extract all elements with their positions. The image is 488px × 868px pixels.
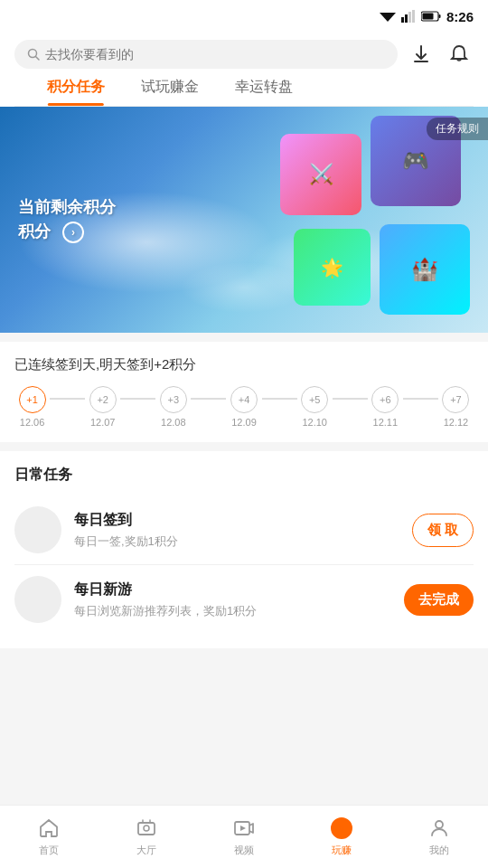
daily-tasks-section: 日常任务 每日签到 每日一签,奖励1积分 领 取 每日新游 每日浏览新游推荐列表… <box>0 451 488 648</box>
checkin-days: +1 12.06 +2 12.07 +3 12.08 <box>14 386 474 428</box>
checkin-description: 已连续签到天,明天签到+2积分 <box>14 356 474 373</box>
banner-rule-button[interactable]: 任务规则 <box>427 118 488 140</box>
nav-label-video: 视频 <box>234 844 254 857</box>
status-icons: 8:26 <box>380 9 474 24</box>
connector-4 <box>262 398 297 400</box>
nav-label-earn: 玩赚 <box>332 844 352 857</box>
task-item-checkin: 每日签到 每日一签,奖励1积分 领 取 <box>14 495 474 565</box>
svg-point-12 <box>144 826 149 831</box>
checkin-section: 已连续签到天,明天签到+2积分 +1 12.06 +2 12.07 <box>0 342 488 442</box>
day-label-5: 12.10 <box>302 417 327 428</box>
game-thumb-2: ⚔️ <box>280 134 361 215</box>
daily-tasks-title: 日常任务 <box>14 466 474 485</box>
svg-rect-2 <box>405 14 408 23</box>
day-circle-3: +3 <box>160 386 187 413</box>
day-item-4: +4 12.09 <box>226 386 261 428</box>
nav-item-video[interactable]: 视频 <box>195 816 293 857</box>
connector-5 <box>333 398 368 400</box>
nav-label-hall: 大厅 <box>136 844 156 857</box>
banner-main-text: 当前剩余积分积分 › <box>18 195 116 244</box>
nav-label-mine: 我的 <box>429 844 449 857</box>
svg-marker-0 <box>380 13 396 22</box>
game-thumb-3: 🏰 <box>380 224 470 315</box>
signal-icon <box>401 10 416 23</box>
day-label-3: 12.08 <box>161 417 186 428</box>
nav-item-hall[interactable]: 大厅 <box>98 816 195 857</box>
day-item-2: +2 12.07 <box>85 386 120 428</box>
day-item-5: +5 12.10 <box>297 386 333 428</box>
home-icon <box>37 816 61 840</box>
hall-icon <box>135 816 158 840</box>
task-btn-checkin[interactable]: 领 取 <box>412 514 474 547</box>
download-icon <box>411 44 431 64</box>
day-label-4: 12.09 <box>231 417 257 428</box>
banner-arrow[interactable]: › <box>62 222 84 243</box>
battery-icon <box>421 11 441 22</box>
notification-button[interactable] <box>445 40 474 69</box>
task-item-newgame: 每日新游 每日浏览新游推荐列表，奖励1积分 去完成 <box>14 565 474 634</box>
game-thumb-4: 🌟 <box>294 229 371 306</box>
day-circle-1: +1 <box>19 386 46 413</box>
task-info-checkin: 每日签到 每日一签,奖励1积分 <box>74 511 399 550</box>
day-circle-2: +2 <box>89 386 117 413</box>
connector-1 <box>50 398 85 400</box>
bottom-nav: 首页 大厅 视频 ¥ 玩赚 <box>0 805 488 868</box>
status-time: 8:26 <box>446 9 474 24</box>
day-circle-4: +4 <box>230 386 258 413</box>
search-bar[interactable] <box>14 40 398 69</box>
day-circle-6: +6 <box>371 386 399 413</box>
nav-item-earn[interactable]: ¥ 玩赚 <box>293 816 390 857</box>
day-item-6: +6 12.11 <box>368 386 403 428</box>
tab-bar: 积分任务 试玩赚金 幸运转盘 <box>14 69 474 107</box>
task-icon-checkin <box>14 506 61 553</box>
status-bar: 8:26 <box>0 0 488 33</box>
task-desc-checkin: 每日一签,奖励1积分 <box>74 533 399 550</box>
connector-2 <box>120 398 155 400</box>
svg-rect-3 <box>408 12 411 23</box>
earn-icon: ¥ <box>330 816 353 840</box>
task-info-newgame: 每日新游 每日浏览新游推荐列表，奖励1积分 <box>74 580 391 619</box>
day-item-3: +3 12.08 <box>155 386 191 428</box>
svg-rect-1 <box>401 17 404 23</box>
day-circle-5: +5 <box>301 386 328 413</box>
day-label-1: 12.06 <box>20 417 45 428</box>
search-input[interactable] <box>45 47 385 61</box>
svg-rect-11 <box>138 823 155 835</box>
nav-item-home[interactable]: 首页 <box>0 816 98 857</box>
connector-3 <box>191 398 226 400</box>
banner-text: 当前剩余积分积分 › <box>18 195 116 244</box>
task-icon-newgame <box>14 576 61 623</box>
wifi-icon <box>380 10 396 23</box>
video-icon <box>232 816 256 840</box>
search-icon <box>27 48 40 61</box>
nav-item-mine[interactable]: 我的 <box>390 816 488 857</box>
svg-rect-6 <box>438 14 440 18</box>
svg-rect-7 <box>422 14 433 20</box>
svg-rect-10 <box>414 61 428 62</box>
day-item-1: +1 12.06 <box>14 386 50 428</box>
nav-label-home: 首页 <box>39 844 59 857</box>
connector-6 <box>403 398 438 400</box>
banner: 🎮 ⚔️ 🏰 🌟 当前剩余积分积分 › 任务规则 <box>0 107 488 333</box>
svg-point-16 <box>436 821 443 828</box>
day-label-7: 12.12 <box>444 417 469 428</box>
day-label-6: 12.11 <box>373 417 399 428</box>
tab-lucky[interactable]: 幸运转盘 <box>217 69 311 106</box>
day-label-2: 12.07 <box>90 417 116 428</box>
task-btn-newgame[interactable]: 去完成 <box>404 584 474 616</box>
day-item-7: +7 12.12 <box>438 386 474 428</box>
task-name-checkin: 每日签到 <box>74 511 399 530</box>
svg-rect-4 <box>412 10 415 23</box>
svg-line-9 <box>36 57 40 61</box>
task-desc-newgame: 每日浏览新游推荐列表，奖励1积分 <box>74 603 391 619</box>
day-circle-7: +7 <box>442 386 469 413</box>
task-name-newgame: 每日新游 <box>74 580 391 599</box>
tab-trial[interactable]: 试玩赚金 <box>123 69 217 106</box>
download-button[interactable] <box>407 40 436 69</box>
banner-games: 🎮 ⚔️ 🏰 🌟 <box>262 116 479 324</box>
header: 积分任务 试玩赚金 幸运转盘 <box>0 33 488 107</box>
notification-icon <box>449 44 469 64</box>
mine-icon <box>427 816 451 840</box>
svg-text:¥: ¥ <box>339 823 345 835</box>
tab-points[interactable]: 积分任务 <box>29 69 123 106</box>
